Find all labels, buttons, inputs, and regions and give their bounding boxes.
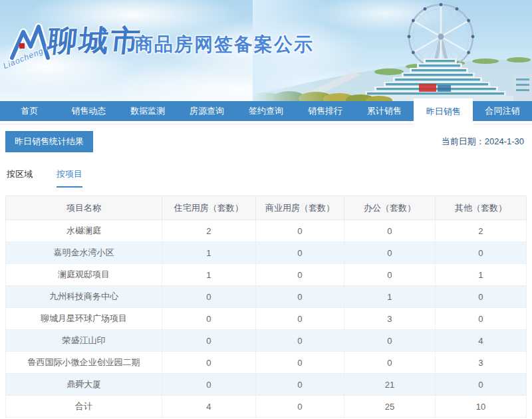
value-cell: 0 (344, 330, 435, 352)
column-header: 其他（套数） (435, 196, 526, 220)
column-header: 项目名称 (6, 196, 162, 220)
nav-item-signing-query[interactable]: 签约查询 (237, 101, 296, 121)
project-name-cell: 鼎舜大厦 (6, 374, 162, 396)
project-name-cell: 荣盛江山印 (6, 330, 162, 352)
value-cell: 0 (255, 308, 344, 330)
nav-item-listing-query[interactable]: 房源查询 (178, 101, 237, 121)
table-row: 鼎舜大厦00210 (6, 374, 527, 396)
project-name-cell: 澜庭观邸项目 (6, 264, 162, 286)
nav-item-data-monitor[interactable]: 数据监测 (118, 101, 178, 121)
value-cell: 0 (344, 352, 435, 374)
table-row: 水樾澜庭2002 (6, 220, 527, 242)
table-row: 澜庭观邸项目1001 (6, 264, 527, 286)
value-cell: 0 (435, 242, 526, 264)
table-row: 嘉明金水湾小区1000 (6, 242, 527, 264)
value-cell: 0 (435, 286, 526, 308)
value-cell: 0 (344, 264, 435, 286)
table-body: 水樾澜庭2002嘉明金水湾小区1000澜庭观邸项目1001九州科技商务中心001… (6, 220, 527, 418)
value-cell: 0 (162, 374, 255, 396)
value-cell: 0 (162, 308, 255, 330)
value-cell: 10 (435, 396, 526, 418)
table-row: 荣盛江山印0004 (6, 330, 527, 352)
project-name-cell: 聊城月星环球广场项目 (6, 308, 162, 330)
value-cell: 0 (344, 220, 435, 242)
table-row: 鲁西国际小微企业创业园二期0003 (6, 352, 527, 374)
current-date: 当前日期：2024-1-30 (442, 136, 527, 148)
table-row: 九州科技商务中心0010 (6, 286, 527, 308)
main-content: 昨日销售统计结果 当前日期：2024-1-30 按区域按项目 项目名称住宅用房（… (0, 131, 532, 418)
value-cell: 0 (255, 396, 344, 418)
project-name-cell: 水樾澜庭 (6, 220, 162, 242)
column-header: 商业用房（套数） (255, 196, 344, 220)
nav-item-sales-ranking[interactable]: 销售排行 (295, 101, 354, 121)
section-title-badge: 昨日销售统计结果 (5, 131, 93, 152)
building-red-sign (419, 84, 436, 92)
value-cell: 0 (162, 352, 255, 374)
nav-item-yesterday-sales[interactable]: 昨日销售 (414, 98, 473, 125)
value-cell: 3 (344, 308, 435, 330)
value-cell: 0 (162, 330, 255, 352)
value-cell: 0 (255, 374, 344, 396)
tab-by-project[interactable]: 按项目 (57, 168, 82, 188)
nav-item-sales-dynamics[interactable]: 销售动态 (59, 101, 118, 121)
table-header: 项目名称住宅用房（套数）商业用房（套数）办公（套数）其他（套数） (6, 196, 527, 220)
filter-tabs: 按区域按项目 (5, 168, 527, 188)
value-cell: 0 (435, 308, 526, 330)
main-nav: 首页销售动态数据监测房源查询签约查询销售排行累计销售昨日销售合同注销 (0, 101, 532, 121)
nav-item-contract-cancellation[interactable]: 合同注销 (473, 101, 532, 121)
table-row: 合计402510 (6, 396, 527, 418)
brand-city-name: 聊城市 (46, 21, 144, 61)
value-cell: 4 (435, 330, 526, 352)
table-row: 聊城月星环球广场项目0030 (6, 308, 527, 330)
value-cell: 0 (255, 264, 344, 286)
value-cell: 2 (162, 220, 255, 242)
value-cell: 0 (255, 220, 344, 242)
value-cell: 1 (435, 264, 526, 286)
project-name-cell: 鲁西国际小微企业创业园二期 (6, 352, 162, 374)
value-cell: 0 (162, 286, 255, 308)
nav-item-cumulative-sales[interactable]: 累计销售 (354, 101, 414, 121)
column-header: 住宅用房（套数） (162, 196, 255, 220)
value-cell: 0 (255, 352, 344, 374)
value-cell: 25 (344, 396, 435, 418)
project-name-cell: 嘉明金水湾小区 (6, 242, 162, 264)
value-cell: 21 (344, 374, 435, 396)
site-title-text: 商品房网签备案公示 (134, 32, 314, 57)
value-cell: 1 (162, 242, 255, 264)
value-cell: 0 (344, 242, 435, 264)
tab-by-region[interactable]: 按区域 (7, 168, 33, 188)
project-name-cell: 九州科技商务中心 (6, 286, 162, 308)
sales-statistics-table: 项目名称住宅用房（套数）商业用房（套数）办公（套数）其他（套数） 水樾澜庭200… (5, 196, 527, 418)
value-cell: 4 (162, 396, 255, 418)
current-date-label: 当前日期： (442, 136, 485, 146)
value-cell: 0 (255, 330, 344, 352)
site-banner: Liaocheng 聊城市 商品房网签备案公示 (0, 0, 532, 101)
table-header-row: 项目名称住宅用房（套数）商业用房（套数）办公（套数）其他（套数） (6, 196, 527, 220)
value-cell: 2 (435, 220, 526, 242)
value-cell: 1 (344, 286, 435, 308)
project-name-cell: 合计 (6, 396, 162, 418)
nav-item-home[interactable]: 首页 (0, 101, 59, 121)
value-cell: 1 (162, 264, 255, 286)
value-cell: 0 (435, 374, 526, 396)
value-cell: 0 (255, 242, 344, 264)
current-date-value: 2024-1-30 (485, 136, 524, 146)
column-header: 办公（套数） (344, 196, 435, 220)
value-cell: 3 (435, 352, 526, 374)
value-cell: 0 (255, 286, 344, 308)
